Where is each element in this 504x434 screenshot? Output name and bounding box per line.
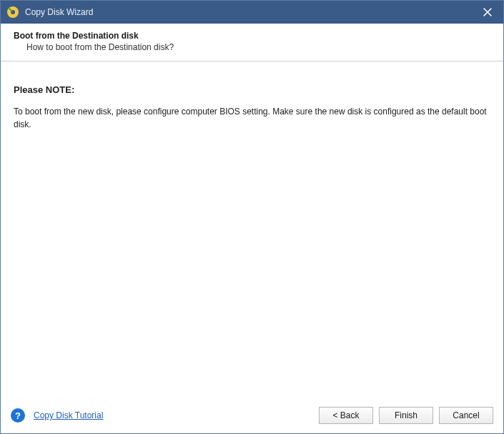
page-title: Boot from the Destination disk xyxy=(14,31,490,41)
close-button[interactable] xyxy=(478,2,498,22)
note-label: Please NOTE: xyxy=(14,84,490,95)
page-subtitle: How to boot from the Destination disk? xyxy=(14,42,490,52)
finish-button[interactable]: Finish xyxy=(379,407,433,424)
wizard-content: Please NOTE: To boot from the new disk, … xyxy=(1,61,503,402)
window-title: Copy Disk Wizard xyxy=(25,7,478,17)
app-icon xyxy=(6,6,19,19)
back-button[interactable]: < Back xyxy=(319,407,373,424)
titlebar: Copy Disk Wizard xyxy=(1,1,503,24)
note-body: To boot from the new disk, please config… xyxy=(14,105,490,131)
cancel-button[interactable]: Cancel xyxy=(439,407,493,424)
wizard-window: Copy Disk Wizard Boot from the Destinati… xyxy=(0,0,504,434)
wizard-header: Boot from the Destination disk How to bo… xyxy=(1,24,503,61)
wizard-footer: ? Copy Disk Tutorial < Back Finish Cance… xyxy=(1,402,503,433)
help-icon: ? xyxy=(11,408,25,423)
tutorial-link[interactable]: Copy Disk Tutorial xyxy=(34,410,103,420)
